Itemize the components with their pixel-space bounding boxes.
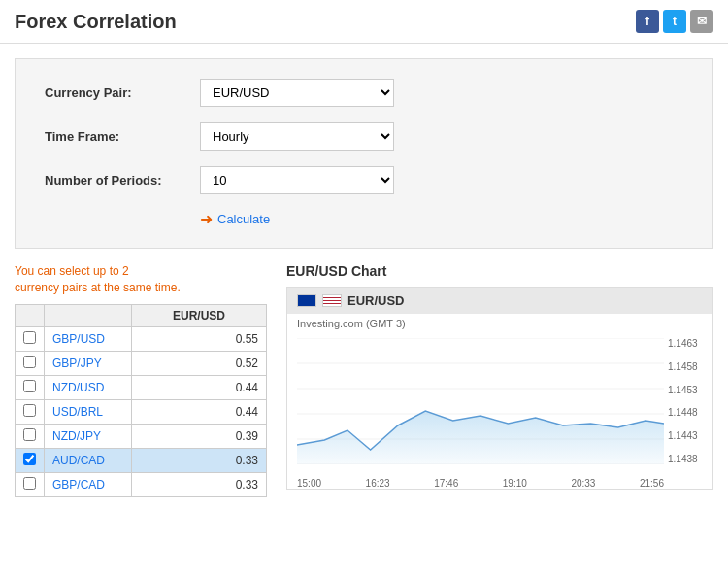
x-label-4: 20:33 bbox=[571, 478, 595, 489]
row-checkbox-cell bbox=[16, 399, 45, 424]
hint-line2: currency pairs at the same time. bbox=[15, 281, 181, 294]
row-corr-value: 0.33 bbox=[132, 472, 267, 496]
chart-area-fill bbox=[297, 411, 664, 464]
row-checkbox-cell bbox=[16, 326, 45, 351]
table-row: GBP/USD0.55 bbox=[16, 326, 267, 351]
page-header: Forex Correlation f t ✉ bbox=[0, 0, 728, 44]
row-checkbox-cell bbox=[16, 472, 45, 496]
chart-area: 1.1463 1.1458 1.1453 1.1448 1.1443 1.143… bbox=[287, 333, 712, 489]
calculate-row: ➜ Calculate bbox=[45, 210, 683, 228]
currency-pair-select[interactable]: EUR/USD EUR/GBP EUR/JPY GBP/USD USD/JPY bbox=[200, 79, 394, 107]
row-pair-name[interactable]: GBP/JPY bbox=[45, 351, 132, 375]
currency-pair-label: Currency Pair: bbox=[45, 85, 200, 100]
table-row: NZD/USD0.44 bbox=[16, 375, 267, 399]
y-label-0: 1.1463 bbox=[668, 338, 711, 349]
table-row: GBP/CAD0.33 bbox=[16, 472, 267, 496]
col-header-checkbox bbox=[16, 304, 45, 326]
row-corr-value: 0.44 bbox=[132, 399, 267, 424]
table-row: AUD/CAD0.33 bbox=[16, 448, 267, 472]
chart-pair-label: EUR/USD bbox=[347, 293, 405, 308]
x-label-1: 16:23 bbox=[366, 478, 390, 489]
chart-section: EUR/USD Chart EUR/USD Investing.com (GMT… bbox=[286, 263, 713, 497]
chart-header: EUR/USD bbox=[287, 288, 712, 314]
correlation-table: EUR/USD GBP/USD0.55GBP/JPY0.52NZD/USD0.4… bbox=[15, 304, 267, 497]
row-pair-name[interactable]: GBP/CAD bbox=[45, 472, 132, 496]
periods-select[interactable]: 10 25 50 100 bbox=[200, 166, 394, 194]
row-checkbox-cell bbox=[16, 351, 45, 375]
row-corr-value: 0.39 bbox=[132, 424, 267, 448]
x-label-2: 17:46 bbox=[434, 478, 458, 489]
row-checkbox[interactable] bbox=[23, 428, 36, 441]
x-label-3: 19:10 bbox=[503, 478, 527, 489]
row-checkbox-cell bbox=[16, 448, 45, 472]
y-label-1: 1.1458 bbox=[668, 361, 711, 372]
social-icons: f t ✉ bbox=[636, 10, 713, 33]
calculate-label: Calculate bbox=[217, 212, 270, 226]
table-section: You can select up to 2 currency pairs at… bbox=[15, 263, 267, 497]
y-label-4: 1.1443 bbox=[668, 430, 711, 441]
y-label-2: 1.1453 bbox=[668, 385, 711, 395]
row-corr-value: 0.52 bbox=[132, 351, 267, 375]
row-checkbox[interactable] bbox=[23, 380, 36, 392]
row-pair-name[interactable]: NZD/JPY bbox=[45, 424, 132, 448]
y-label-3: 1.1448 bbox=[668, 407, 711, 418]
periods-label: Number of Periods: bbox=[45, 173, 200, 187]
row-checkbox[interactable] bbox=[23, 477, 36, 490]
chart-y-labels: 1.1463 1.1458 1.1453 1.1448 1.1443 1.143… bbox=[666, 338, 712, 464]
arrow-icon: ➜ bbox=[200, 210, 213, 228]
row-checkbox-cell bbox=[16, 375, 45, 399]
hint-line1: You can select up to 2 bbox=[15, 264, 129, 278]
table-hint: You can select up to 2 currency pairs at… bbox=[15, 263, 267, 296]
currency-pair-row: Currency Pair: EUR/USD EUR/GBP EUR/JPY G… bbox=[45, 79, 683, 107]
chart-subtitle: Investing.com (GMT 3) bbox=[287, 314, 712, 333]
time-frame-row: Time Frame: Hourly Daily Weekly Monthly bbox=[45, 122, 683, 151]
col-header-pair bbox=[45, 304, 132, 326]
row-pair-name[interactable]: GBP/USD bbox=[45, 326, 132, 351]
form-panel: Currency Pair: EUR/USD EUR/GBP EUR/JPY G… bbox=[15, 58, 713, 249]
row-checkbox-cell bbox=[16, 424, 45, 448]
chart-x-labels: 15:00 16:23 17:46 19:10 20:33 21:56 bbox=[297, 478, 664, 489]
table-row: GBP/JPY0.52 bbox=[16, 351, 267, 375]
row-corr-value: 0.55 bbox=[132, 326, 267, 351]
x-label-0: 15:00 bbox=[297, 478, 321, 489]
periods-row: Number of Periods: 10 25 50 100 bbox=[45, 166, 683, 194]
email-icon[interactable]: ✉ bbox=[690, 10, 713, 33]
col-header-value: EUR/USD bbox=[132, 304, 267, 326]
content-area: You can select up to 2 currency pairs at… bbox=[15, 263, 713, 497]
table-row: USD/BRL0.44 bbox=[16, 399, 267, 424]
y-label-5: 1.1438 bbox=[668, 454, 711, 464]
calculate-button[interactable]: ➜ Calculate bbox=[200, 210, 270, 228]
row-checkbox[interactable] bbox=[23, 331, 36, 344]
row-checkbox[interactable] bbox=[23, 404, 36, 417]
row-corr-value: 0.33 bbox=[132, 448, 267, 472]
main-container: Currency Pair: EUR/USD EUR/GBP EUR/JPY G… bbox=[0, 44, 728, 512]
table-row: NZD/JPY0.39 bbox=[16, 424, 267, 448]
time-frame-select[interactable]: Hourly Daily Weekly Monthly bbox=[200, 122, 394, 151]
flag-eu-icon bbox=[297, 294, 316, 307]
time-frame-label: Time Frame: bbox=[45, 129, 200, 144]
x-label-5: 21:56 bbox=[640, 478, 664, 489]
row-corr-value: 0.44 bbox=[132, 375, 267, 399]
row-checkbox[interactable] bbox=[23, 356, 36, 368]
facebook-icon[interactable]: f bbox=[636, 10, 659, 33]
chart-title: EUR/USD Chart bbox=[286, 263, 713, 279]
flag-us-icon bbox=[322, 294, 342, 307]
row-pair-name[interactable]: AUD/CAD bbox=[45, 448, 132, 472]
chart-svg bbox=[297, 338, 664, 464]
row-pair-name[interactable]: USD/BRL bbox=[45, 399, 132, 424]
twitter-icon[interactable]: t bbox=[663, 10, 686, 33]
row-checkbox[interactable] bbox=[23, 453, 36, 465]
page-title: Forex Correlation bbox=[15, 11, 177, 33]
row-pair-name[interactable]: NZD/USD bbox=[45, 375, 132, 399]
chart-box: EUR/USD Investing.com (GMT 3) bbox=[286, 287, 713, 490]
